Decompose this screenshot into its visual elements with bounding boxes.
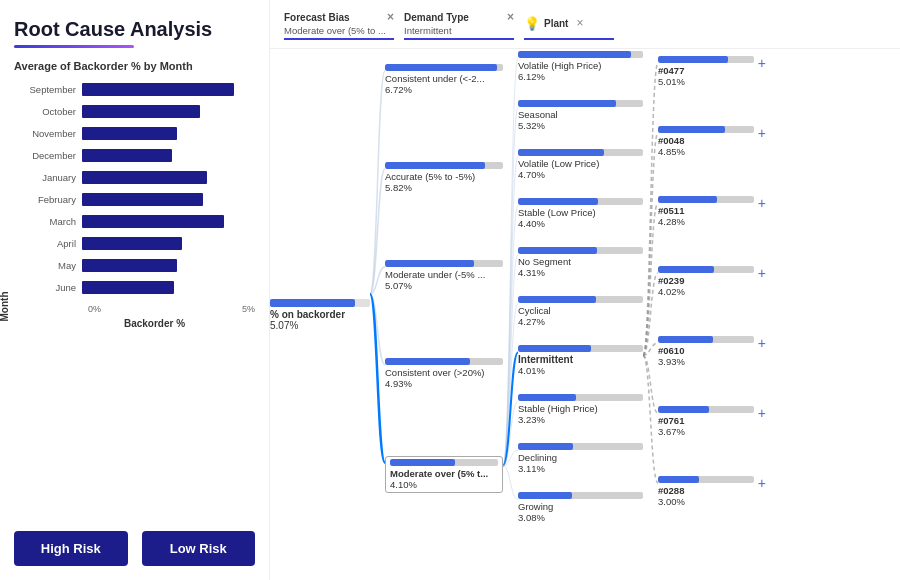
bar-label: June [24, 282, 82, 293]
plant-expand-icon[interactable]: + [758, 266, 766, 280]
forecast-node: Consistent over (>20%) 4.93% [385, 358, 503, 389]
bar-label: September [24, 84, 82, 95]
bottom-buttons: High Risk Low Risk [14, 531, 255, 570]
plant-node-label: #0511 [658, 205, 754, 216]
demand-node-value: 4.70% [518, 169, 643, 180]
axis-start: 0% [88, 304, 101, 314]
plant-node-content: #0477 5.01% [658, 56, 754, 87]
demand-node: Volatile (High Price) 6.12% [518, 51, 643, 82]
bar-chart: September October November December Janu… [24, 80, 255, 300]
plant-bar-fill [658, 126, 725, 133]
bar-row: November [24, 124, 255, 142]
bar-row: February [24, 190, 255, 208]
demand-node-label: Stable (High Price) [518, 403, 643, 414]
bar-row: April [24, 234, 255, 252]
forecast-bar-track [385, 260, 503, 267]
plant-node-content: #0239 4.02% [658, 266, 754, 297]
forecast-bias-filter[interactable]: Forecast Bias × Moderate over (5% to ... [284, 10, 394, 40]
demand-bar-fill [518, 51, 631, 58]
plant-expand-icon[interactable]: + [758, 196, 766, 210]
filter-bar: Forecast Bias × Moderate over (5% to ...… [270, 10, 900, 49]
demand-bar-track [518, 198, 643, 205]
demand-type-label: Demand Type [404, 12, 469, 23]
plant-expand-icon[interactable]: + [758, 56, 766, 70]
bar-fill [82, 127, 177, 140]
forecast-node-label: Consistent over (>20%) [385, 367, 503, 378]
demand-node-label: Volatile (Low Price) [518, 158, 643, 169]
demand-node[interactable]: Intermittent 4.01% [518, 345, 643, 376]
bar-label: March [24, 216, 82, 227]
demand-bar-fill [518, 149, 604, 156]
demand-type-filter[interactable]: Demand Type × Intermittent [404, 10, 514, 40]
plant-node: #0477 5.01% + [658, 56, 766, 87]
high-risk-button[interactable]: High Risk [14, 531, 128, 566]
plant-node: #0761 3.67% + [658, 406, 766, 437]
demand-bar-fill [518, 492, 572, 499]
forecast-bar-fill [390, 459, 455, 466]
plant-node: #0511 4.28% + [658, 196, 766, 227]
plant-node-value: 4.85% [658, 146, 754, 157]
forecast-node-label: Accurate (5% to -5%) [385, 171, 503, 182]
bar-chart-wrapper: Month September October November Decembe… [14, 80, 255, 521]
forecast-bias-value: Moderate over (5% to ... [284, 25, 394, 36]
forecast-node-value: 6.72% [385, 84, 503, 95]
demand-node: Stable (Low Price) 4.40% [518, 198, 643, 229]
forecast-node[interactable]: Moderate over (5% t... 4.10% [385, 456, 503, 493]
plant-bar-fill [658, 406, 709, 413]
demand-node-label: Volatile (High Price) [518, 60, 643, 71]
forecast-node-value: 4.10% [390, 479, 498, 490]
plant-node-label: #0048 [658, 135, 754, 146]
plant-bar-track [658, 336, 754, 343]
forecast-bar-fill [385, 358, 470, 365]
demand-node-label: No Segment [518, 256, 643, 267]
forecast-bar-fill [385, 162, 485, 169]
bar-label: May [24, 260, 82, 271]
plant-bar-fill [658, 476, 699, 483]
plant-expand-icon[interactable]: + [758, 336, 766, 350]
axis-labels: 0% 5% [24, 304, 255, 314]
y-axis-label: Month [0, 291, 10, 321]
demand-bar-track [518, 100, 643, 107]
forecast-bar-track [385, 162, 503, 169]
plant-expand-icon[interactable]: + [758, 406, 766, 420]
demand-node: Declining 3.11% [518, 443, 643, 474]
demand-node-label: Growing [518, 501, 643, 512]
bar-fill [82, 83, 234, 96]
forecast-node-value: 5.07% [385, 280, 503, 291]
bar-row: May [24, 256, 255, 274]
plant-node-label: #0761 [658, 415, 754, 426]
plant-filter[interactable]: 💡 Plant × [524, 10, 614, 40]
sankey-area: % on backorder 5.07% Consistent under (<… [270, 49, 900, 580]
plant-close[interactable]: × [576, 16, 583, 30]
low-risk-button[interactable]: Low Risk [142, 531, 256, 566]
demand-node-value: 3.08% [518, 512, 643, 523]
plant-expand-icon[interactable]: + [758, 476, 766, 490]
forecast-bias-close[interactable]: × [387, 10, 394, 24]
bar-fill [82, 237, 182, 250]
plant-bar-track [658, 126, 754, 133]
root-value: 5.07% [270, 320, 370, 331]
demand-type-close[interactable]: × [507, 10, 514, 24]
demand-node-value: 3.11% [518, 463, 643, 474]
forecast-bar-fill [385, 260, 474, 267]
demand-bar-fill [518, 100, 616, 107]
plant-node-label: #0288 [658, 485, 754, 496]
demand-bar-track [518, 394, 643, 401]
bulb-icon: 💡 [524, 16, 540, 31]
chart-title: Average of Backorder % by Month [14, 60, 255, 72]
bar-label: December [24, 150, 82, 161]
x-axis-title: Backorder % [24, 318, 255, 329]
forecast-node: Accurate (5% to -5%) 5.82% [385, 162, 503, 193]
bar-track [82, 171, 255, 184]
bar-fill [82, 171, 207, 184]
demand-node-label: Intermittent [518, 354, 643, 365]
demand-bar-fill [518, 394, 576, 401]
demand-node: Seasonal 5.32% [518, 100, 643, 131]
plant-node-label: #0610 [658, 345, 754, 356]
forecast-bar-track [385, 358, 503, 365]
demand-node: No Segment 4.31% [518, 247, 643, 278]
root-label: % on backorder [270, 309, 370, 320]
axis-end: 5% [242, 304, 255, 314]
plant-expand-icon[interactable]: + [758, 126, 766, 140]
plant-node-value: 3.00% [658, 496, 754, 507]
